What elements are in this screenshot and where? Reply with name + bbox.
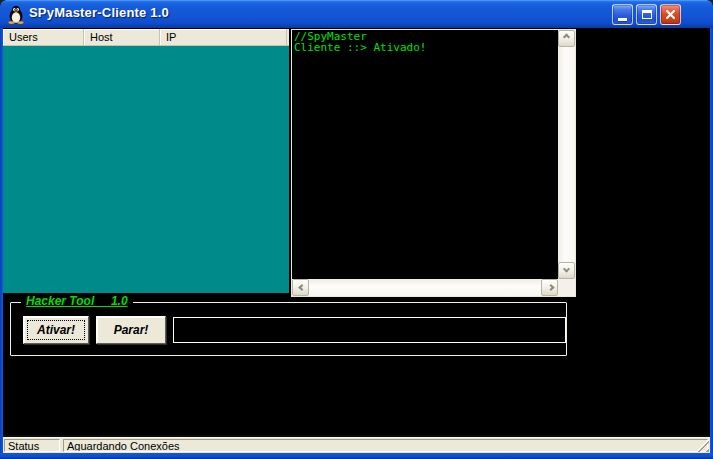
status-message-panel: Aguardando Conexões [63, 439, 708, 452]
status-bar: Status Aguardando Conexões [3, 437, 710, 453]
maximize-button[interactable] [636, 4, 657, 25]
scroll-up-button[interactable] [558, 30, 575, 47]
activate-button[interactable]: Ativar! [23, 316, 89, 344]
listview-body[interactable] [3, 46, 289, 293]
console-line: Cliente ::> Ativado! [294, 42, 558, 53]
focus-ring [27, 320, 85, 340]
chevron-right-icon [547, 284, 554, 291]
window-title: SPyMaster-Cliente 1.0 [29, 5, 169, 20]
maximize-icon [642, 10, 652, 19]
scroll-left-button[interactable] [292, 279, 309, 296]
stop-button-label: Parar! [114, 323, 149, 337]
column-header-host[interactable]: Host [84, 29, 160, 45]
listview-header: Users Host IP [3, 29, 289, 46]
chevron-left-icon [298, 284, 305, 291]
scroll-right-button[interactable] [541, 279, 558, 296]
hacker-tool-groupbox: Hacker Tool 1.0 Ativar! Parar! [10, 302, 567, 356]
column-header-ip[interactable]: IP [160, 29, 287, 45]
window-border-bottom [0, 453, 713, 459]
vertical-scrollbar[interactable] [558, 30, 575, 279]
column-header-users[interactable]: Users [3, 29, 84, 45]
titlebar[interactable]: SPyMaster-Cliente 1.0 [0, 0, 713, 28]
user-listview: Users Host IP [3, 29, 289, 293]
chevron-down-icon [563, 266, 570, 273]
console-panel: //SpyMaster Cliente ::> Ativado! [291, 29, 576, 297]
minimize-icon [618, 18, 627, 21]
console-output[interactable]: //SpyMaster Cliente ::> Ativado! [292, 30, 558, 279]
minimize-button[interactable] [612, 4, 633, 25]
command-input[interactable] [173, 317, 566, 343]
groupbox-label: Hacker Tool 1.0 [21, 294, 133, 309]
chevron-up-icon [563, 34, 570, 41]
window: SPyMaster-Cliente 1.0 Users Host IP //Sp… [0, 0, 713, 459]
close-icon [665, 9, 676, 20]
penguin-icon [7, 5, 25, 24]
stop-button[interactable]: Parar! [96, 316, 166, 344]
close-button[interactable] [660, 4, 681, 25]
horizontal-scrollbar[interactable] [292, 279, 558, 296]
status-label-panel: Status [4, 439, 60, 452]
scroll-down-button[interactable] [558, 262, 575, 279]
scrollbar-corner [558, 279, 575, 296]
